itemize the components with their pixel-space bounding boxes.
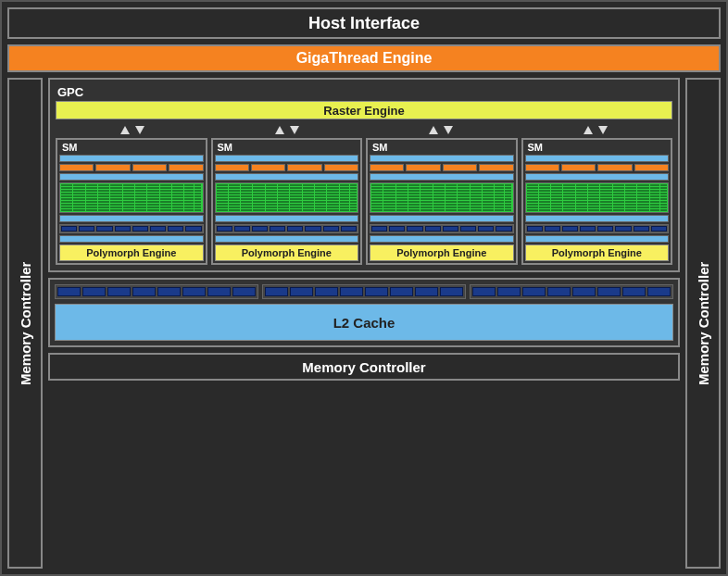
polymorph-engine-block: Polymorph Engine: [525, 244, 670, 261]
core-cell: [527, 193, 538, 194]
core-cell: [396, 195, 408, 197]
core-cell: [73, 201, 84, 203]
dark-seg: [132, 226, 148, 232]
core-cell: [660, 187, 667, 189]
sm-bar-top: [215, 155, 359, 162]
core-cell: [483, 209, 494, 211]
core-cell: [660, 195, 667, 197]
core-cell: [551, 187, 562, 189]
core-cell: [495, 195, 504, 197]
core-cell: [195, 207, 201, 208]
sm-block: SMPolymorph Engine: [366, 138, 518, 265]
orange-seg: [597, 164, 632, 171]
core-cell: [613, 190, 624, 192]
core-cell: [123, 184, 134, 186]
core-cell: [350, 207, 357, 208]
core-cell: [229, 204, 240, 206]
core-cell: [433, 209, 445, 211]
core-cell: [61, 204, 72, 206]
core-cell: [147, 207, 158, 208]
core-cell: [123, 201, 134, 203]
sm-label: SM: [370, 142, 514, 153]
core-cell: [563, 209, 574, 211]
core-cell: [123, 209, 134, 211]
core-cell: [371, 184, 383, 186]
core-cell: [495, 190, 504, 192]
core-cell: [600, 198, 611, 200]
cache-seg: [290, 287, 313, 296]
core-cell: [172, 209, 183, 211]
core-cell: [184, 187, 194, 189]
core-cell: [350, 209, 357, 211]
core-cell: [563, 195, 574, 197]
core-cell: [637, 184, 648, 186]
core-cell: [160, 184, 171, 186]
core-cell: [340, 209, 349, 211]
core-cell: [613, 207, 624, 208]
core-cell: [61, 184, 72, 186]
core-cell: [458, 198, 469, 200]
core-cell: [266, 207, 277, 208]
core-cell: [315, 193, 326, 194]
core-cell: [315, 190, 326, 192]
core-cell: [217, 201, 228, 203]
orange-seg: [215, 164, 249, 171]
cache-seg: [572, 287, 596, 296]
core-cell: [495, 204, 504, 206]
core-cell: [61, 201, 72, 203]
core-cell: [135, 201, 146, 203]
core-cell: [241, 190, 252, 192]
sm-bar: [59, 173, 204, 181]
core-cell: [327, 184, 338, 186]
core-cell: [495, 207, 504, 208]
core-cell: [98, 187, 109, 189]
dark-seg: [371, 226, 387, 232]
core-cell: [110, 201, 121, 203]
core-cell: [637, 193, 648, 194]
core-cell: [86, 198, 97, 200]
core-cell: [600, 187, 611, 189]
core-cell: [396, 184, 408, 186]
core-cell: [563, 184, 574, 186]
core-cell: [86, 187, 97, 189]
cache-seg: [597, 287, 621, 296]
core-cell: [315, 209, 326, 211]
cache-seg: [440, 287, 463, 296]
core-cell: [383, 193, 395, 194]
core-cell: [229, 193, 240, 194]
core-cell: [278, 207, 289, 208]
core-cell: [61, 198, 72, 200]
core-cell: [172, 198, 183, 200]
core-cell: [160, 193, 171, 194]
core-cell: [86, 204, 97, 206]
core-cell: [315, 184, 326, 186]
memory-controller-left: Memory Controller: [7, 78, 43, 569]
cache-seg: [647, 287, 671, 296]
core-cell: [539, 184, 550, 186]
orange-seg: [324, 164, 358, 171]
core-cell: [61, 207, 72, 208]
core-cell: [217, 187, 228, 189]
core-cell: [303, 198, 314, 200]
core-cell: [160, 187, 171, 189]
core-cell: [315, 195, 326, 197]
core-cell: [446, 198, 457, 200]
core-cell: [340, 198, 349, 200]
core-cell: [110, 207, 121, 208]
core-cell: [660, 204, 667, 206]
sm-label: SM: [525, 142, 670, 153]
core-cell: [396, 201, 408, 203]
core-cell: [495, 184, 504, 186]
core-cell: [61, 209, 72, 211]
core-cell: [650, 184, 659, 186]
memory-controller-right: Memory Controller: [685, 78, 721, 569]
core-cell: [576, 204, 587, 206]
sm-dark-row: [370, 224, 514, 233]
core-cell: [241, 187, 252, 189]
core-cell: [73, 204, 84, 206]
core-cell: [327, 198, 338, 200]
polymorph-engine-block: Polymorph Engine: [59, 244, 204, 261]
core-cell: [600, 184, 611, 186]
core-cell: [123, 195, 134, 197]
cache-seg: [107, 287, 131, 296]
